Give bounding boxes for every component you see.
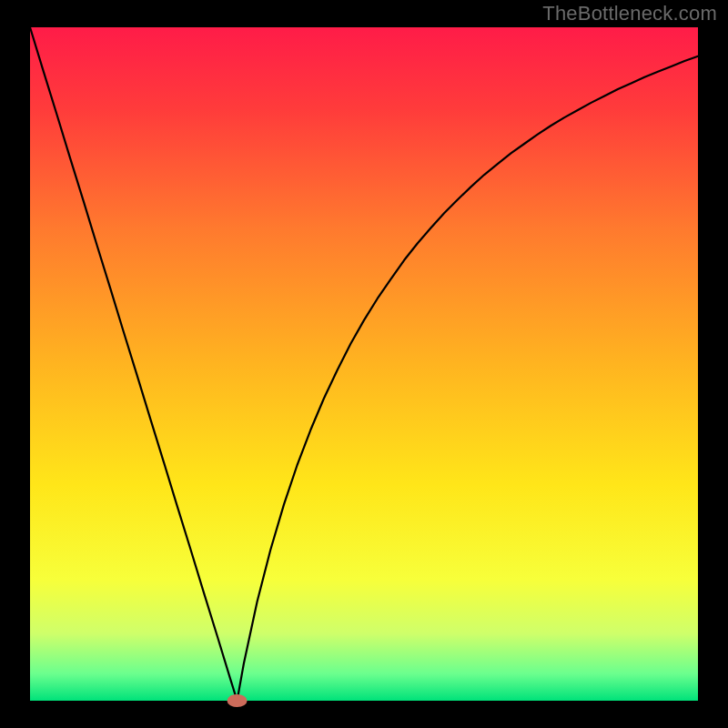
bottleneck-chart: TheBottleneck.com bbox=[0, 0, 728, 728]
optimum-marker bbox=[228, 694, 248, 707]
attribution-label: TheBottleneck.com bbox=[542, 2, 717, 25]
plot-background bbox=[30, 27, 698, 701]
chart-canvas bbox=[0, 0, 728, 728]
